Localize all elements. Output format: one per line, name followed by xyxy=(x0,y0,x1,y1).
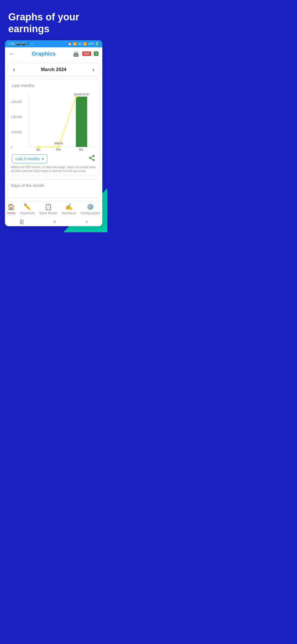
svg-text:Jan.: Jan. xyxy=(36,148,41,151)
pro-notice: Without the PRO version, to share the im… xyxy=(11,165,97,173)
days-card: Days of the month xyxy=(8,179,100,198)
print-icon[interactable]: 🖨️ xyxy=(73,50,79,57)
assinatura-label: Assinatura xyxy=(62,211,76,215)
share-button[interactable] xyxy=(88,154,95,163)
chart-card: Last months 0 1,000,000 2,000,000 3,000,… xyxy=(8,79,100,176)
status-wifi-icon: 📶 xyxy=(73,42,77,46)
nav-item-home[interactable]: 🏠 Home xyxy=(7,203,15,215)
phone-mockup: 1:08 📷 📷 📘 • ⏰ 📶 4G 📶 18% 🔋 ← Graphics 🖨… xyxy=(5,40,102,226)
svg-point-20 xyxy=(89,157,91,159)
svg-point-21 xyxy=(93,159,95,161)
period-label: Last 3 months xyxy=(15,157,40,161)
svg-text:Feb.: Feb. xyxy=(56,148,61,151)
nav-item-assinatura[interactable]: ✍️ Assinatura xyxy=(62,203,76,215)
svg-text:$908.00: $908.00 xyxy=(54,142,63,145)
svg-text:2,000,000: 2,000,000 xyxy=(11,116,22,119)
dropdown-icon: ▾ xyxy=(42,157,44,161)
svg-text:Mar.: Mar. xyxy=(79,148,84,151)
receipt-icon: 📋 xyxy=(45,203,52,211)
sys-home-button[interactable]: ○ xyxy=(53,219,56,225)
nav-item-gerar-recibo[interactable]: 📋 Gerar Recibo xyxy=(39,203,57,215)
status-alarm-icon: ⏰ xyxy=(68,42,72,46)
home-icon: 🏠 xyxy=(7,203,15,211)
svg-line-23 xyxy=(91,156,93,157)
status-left: 1:08 📷 📷 📘 • xyxy=(8,42,33,46)
status-right: ⏰ 📶 4G 📶 18% 🔋 xyxy=(68,42,99,46)
status-battery: 18% xyxy=(88,42,94,45)
chart-title: Last months xyxy=(12,83,97,88)
period-selector[interactable]: Last 3 months ▾ xyxy=(12,154,47,163)
days-title: Days of the month xyxy=(11,183,97,188)
current-month-label: March 2024 xyxy=(41,67,67,72)
status-time: 1:08 xyxy=(8,42,15,46)
svg-rect-15 xyxy=(76,97,87,147)
status-signal-icon: 📶 xyxy=(83,42,87,46)
bottom-nav: 🏠 Home ✏️ Orçamento 📋 Gerar Recibo ✍️ As… xyxy=(5,201,102,216)
configuracoes-label: Configurações xyxy=(81,211,100,215)
status-4g: 4G xyxy=(78,42,82,45)
nav-item-configuracoes[interactable]: ⚙️ Configurações xyxy=(81,203,100,215)
svg-line-22 xyxy=(91,159,93,160)
svg-text:0: 0 xyxy=(11,146,12,149)
gerar-recibo-label: Gerar Recibo xyxy=(39,211,57,215)
status-battery-icon: 🔋 xyxy=(95,42,99,46)
status-bar: 1:08 📷 📷 📘 • ⏰ 📶 4G 📶 18% 🔋 xyxy=(5,40,102,47)
svg-text:3,000,000: 3,000,000 xyxy=(11,100,22,103)
orcamento-label: Orçamento xyxy=(20,211,35,215)
gear-icon: ⚙️ xyxy=(87,203,94,211)
chart-area: 0 1,000,000 2,000,000 3,000,000 xyxy=(11,91,97,151)
nav-item-orcamento[interactable]: ✏️ Orçamento xyxy=(20,203,35,215)
outer-wrapper: Graphs of your earnings 1:08 📷 📷 📘 • ⏰ 📶… xyxy=(0,0,107,232)
page-title: Graphics xyxy=(32,51,56,57)
app-header: ← Graphics 🖨️ PDF X xyxy=(5,47,102,60)
month-nav: ‹ March 2024 › xyxy=(8,63,100,76)
excel-icon[interactable]: X xyxy=(94,51,98,56)
next-month-button[interactable]: › xyxy=(92,66,94,73)
hero-heading: Graphs of your earnings xyxy=(0,0,107,40)
bar-chart-svg: 0 1,000,000 2,000,000 3,000,000 xyxy=(11,91,97,151)
svg-point-19 xyxy=(93,155,95,157)
back-button[interactable]: ← xyxy=(9,50,15,57)
status-icons: 📷 📷 📘 • xyxy=(16,42,32,46)
sys-menu-button[interactable]: ||| xyxy=(20,219,24,225)
header-icons: 🖨️ PDF X xyxy=(73,50,98,57)
pencil-icon: ✏️ xyxy=(24,203,31,211)
sys-back-button[interactable]: ‹ xyxy=(86,219,87,225)
period-row: Last 3 months ▾ xyxy=(11,154,97,163)
home-label: Home xyxy=(7,211,15,215)
signature-icon: ✍️ xyxy=(65,203,73,211)
svg-text:1,000,000: 1,000,000 xyxy=(11,131,22,134)
sys-nav-bar: ||| ○ ‹ xyxy=(5,216,102,226)
pdf-icon[interactable]: PDF xyxy=(82,51,91,56)
prev-month-button[interactable]: ‹ xyxy=(13,66,15,73)
